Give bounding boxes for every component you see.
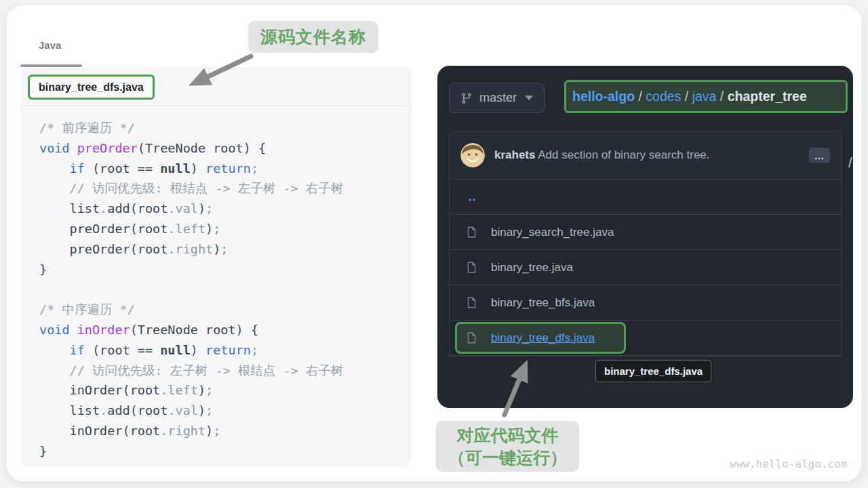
breadcrumb-codes[interactable]: codes [646, 89, 681, 104]
breadcrumb: hello-algo / codes / java / chapter_tree [564, 80, 848, 113]
breadcrumb-chapter_tree: chapter_tree [728, 89, 807, 104]
parent-dir-link[interactable]: .. [469, 190, 476, 204]
code-line: /* 中序遍历 */ [39, 300, 412, 320]
file-name-link[interactable]: binary_tree.java [491, 261, 573, 274]
file-name-link[interactable]: binary_tree_bfs.java [491, 296, 595, 310]
file-icon [466, 331, 477, 344]
commit-more-button[interactable]: … [809, 148, 830, 163]
file-row-binary_search_tree.java[interactable]: binary_search_tree.java [450, 215, 841, 250]
code-line: inOrder(root.right); [39, 421, 412, 441]
code-line: void preOrder(TreeNode root) { [39, 138, 412, 159]
figure-canvas: Java binary_tree_dfs.java /* 前序遍历 */void… [0, 0, 868, 488]
branch-name: master [479, 91, 517, 105]
breadcrumb-hello-algo[interactable]: hello-algo [572, 89, 635, 104]
code-line: } [39, 441, 412, 462]
breadcrumb-separator: / [681, 89, 692, 104]
code-line: list.add(root.val); [39, 199, 412, 219]
github-browser-panel: master hello-algo / codes / java / chapt… [437, 66, 853, 408]
annotation-code-file: 对应代码文件 （可一键运行） [436, 421, 579, 472]
annotation-code-file-line2: （可一键运行） [436, 447, 579, 469]
code-block: /* 前序遍历 */void preOrder(TreeNode root) {… [20, 106, 412, 468]
site-watermark: www.hello-algo.com [730, 458, 847, 470]
breadcrumb-separator: / [635, 89, 646, 104]
code-line: preOrder(root.right); [39, 239, 412, 260]
editor-header: binary_tree_dfs.java [20, 67, 412, 106]
file-tooltip: binary_tree_dfs.java [595, 360, 711, 382]
annotation-source-filename: 源码文件名称 [248, 21, 378, 53]
latest-commit-row: krahets Add section of binary search tre… [450, 131, 841, 180]
code-line: list.add(root.val); [39, 401, 412, 421]
code-line: // 访问优先级: 根结点 -> 左子树 -> 右子树 [39, 178, 412, 199]
file-row-binary_tree.java[interactable]: binary_tree.java [450, 250, 841, 285]
code-line: void inOrder(TreeNode root) { [39, 320, 412, 340]
highlight-box[interactable]: binary_tree_dfs.java [455, 322, 626, 354]
breadcrumb-separator: / [716, 89, 727, 104]
annotation-code-file-line1: 对应代码文件 [436, 424, 579, 447]
file-icon [466, 226, 477, 239]
code-line: inOrder(root.left); [39, 380, 412, 401]
code-line: preOrder(root.left); [39, 219, 412, 239]
file-icon [466, 261, 477, 274]
file-list: ..binary_search_tree.javabinary_tree.jav… [450, 180, 841, 356]
file-row-parent-dir[interactable]: .. [450, 180, 841, 215]
file-table: krahets Add section of binary search tre… [449, 131, 842, 357]
code-line: /* 前序遍历 */ [39, 118, 412, 138]
breadcrumb-trailing-slash: / [848, 155, 852, 171]
commit-author-link[interactable]: krahets [494, 148, 535, 161]
commit-message: krahets Add section of binary search tre… [494, 148, 801, 162]
code-line: // 访问优先级: 左子树 -> 根结点 -> 右子树 [39, 361, 412, 381]
source-filename-badge: binary_tree_dfs.java [28, 75, 155, 100]
file-name-link[interactable]: binary_search_tree.java [491, 226, 614, 239]
branch-selector-button[interactable]: master [449, 83, 545, 113]
chevron-down-icon [525, 96, 533, 100]
commit-message-text[interactable]: Add section of binary search tree. [538, 148, 709, 161]
avatar[interactable] [460, 143, 485, 167]
breadcrumb-java[interactable]: java [692, 89, 717, 104]
file-name-link[interactable]: binary_tree_dfs.java [491, 331, 595, 345]
file-icon [466, 296, 477, 309]
git-branch-icon [460, 92, 473, 104]
code-line: if (root == null) return; [39, 340, 412, 361]
code-line: if (root == null) return; [39, 159, 412, 179]
file-row-binary_tree_dfs.java[interactable]: binary_tree_dfs.java [450, 321, 841, 356]
code-line [39, 279, 412, 300]
tab-java[interactable]: Java [39, 39, 61, 51]
file-row-binary_tree_bfs.java[interactable]: binary_tree_bfs.java [450, 285, 841, 321]
code-line: } [39, 260, 412, 280]
